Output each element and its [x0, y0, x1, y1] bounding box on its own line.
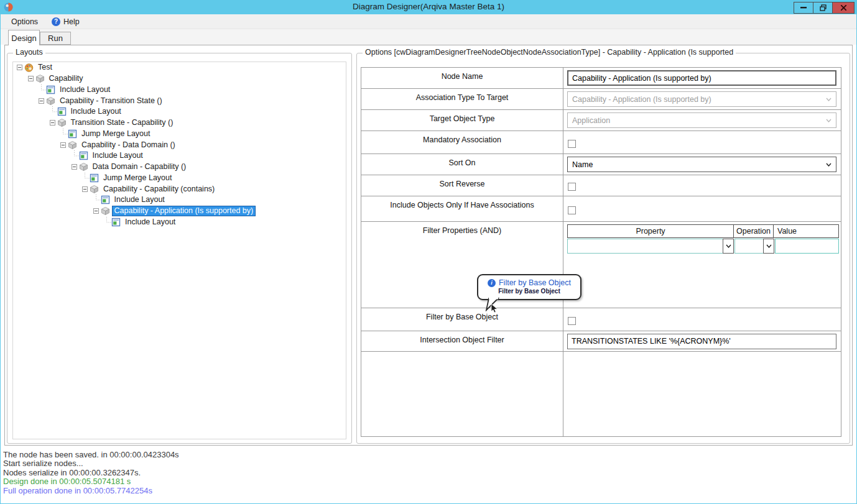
tree-connector — [60, 129, 68, 140]
form-row — [361, 352, 841, 436]
tree-node[interactable]: Include Layout — [13, 217, 346, 228]
tree-node[interactable]: Test — [13, 62, 346, 73]
close-button[interactable] — [833, 2, 854, 13]
intersection-object-filter-input[interactable] — [567, 334, 836, 349]
restore-icon — [820, 4, 827, 11]
tree-node[interactable]: Transition State - Capability () — [13, 117, 346, 129]
form-row: Intersection Object Filter — [361, 331, 841, 352]
menu-bar: Options ? Help — [1, 14, 856, 29]
form-row: Target Object TypeApplication — [361, 110, 841, 131]
tree-node-label: Include Layout — [113, 195, 167, 204]
status-line: The node has been saved. in 00:00:00.042… — [3, 451, 179, 459]
cube-icon — [101, 206, 110, 216]
property-select[interactable] — [567, 239, 734, 254]
node-name-input[interactable] — [567, 70, 836, 86]
chevron-down-icon — [826, 98, 832, 101]
minimize-button[interactable] — [794, 2, 813, 13]
tab-design-label: Design — [11, 34, 36, 43]
tree-expander[interactable] — [50, 120, 55, 126]
close-icon — [841, 5, 846, 11]
minimize-icon — [800, 7, 807, 9]
sort-on-select[interactable]: Name — [567, 157, 836, 172]
tree-expander[interactable] — [72, 164, 77, 170]
layouts-tree[interactable]: TestCapabilityInclude LayoutCapability -… — [12, 62, 346, 439]
tree-node-label: Capability - Capability (contains) — [101, 185, 216, 194]
filter-grid-column-header: Operation — [734, 224, 774, 238]
form-row: Mandatory Association — [361, 131, 841, 154]
form-row-label: Target Object Type — [361, 110, 563, 131]
tab-run[interactable]: Run — [40, 32, 71, 45]
tree-node[interactable]: Jump Merge Layout — [13, 173, 346, 184]
form-row: Filter Properties (AND)PropertyOperation… — [361, 222, 841, 308]
cube-icon — [79, 162, 88, 172]
form-row-label: Mandatory Association — [361, 131, 563, 153]
status-line: Nodes serialize in 00:00:00.3262347s. — [3, 469, 179, 477]
form-row-value: Capability - Application (Is supported b… — [563, 89, 841, 109]
tree-expander[interactable] — [60, 142, 66, 148]
tree-node[interactable]: Capability — [13, 73, 346, 85]
layout-icon — [79, 151, 88, 160]
design-tab-page: Layouts TestCapabilityInclude LayoutCapa… — [4, 45, 853, 446]
operation-select-value — [735, 239, 764, 253]
tree-connector — [72, 150, 79, 162]
tree-node-label: Include Layout — [58, 85, 112, 94]
sort-on-select-value: Name — [572, 160, 593, 169]
title-bar: Diagram Designer(Arqiva Master Beta 1) — [1, 1, 856, 14]
layout-icon — [57, 107, 67, 116]
menu-options[interactable]: Options — [9, 16, 40, 27]
tree-node[interactable]: Capability - Data Domain () — [13, 139, 346, 150]
status-line: Design done in 00:00:05.5074181 s — [3, 477, 179, 486]
association-type-to-target-select-value: Capability - Application (Is supported b… — [572, 95, 711, 104]
form-row-value — [563, 331, 841, 351]
tree-node[interactable]: Capability - Capability (contains) — [13, 183, 346, 195]
form-row: Association Type To TargetCapability - A… — [361, 89, 841, 110]
tooltip-title: Filter by Base Object — [499, 278, 571, 287]
include-objects-only-if-have-associations-checkbox[interactable] — [568, 206, 576, 214]
operation-select-arrow[interactable] — [763, 239, 774, 254]
menu-help[interactable]: ? Help — [49, 16, 82, 27]
tab-run-label: Run — [48, 34, 63, 43]
property-select-arrow[interactable] — [723, 239, 734, 254]
tree-node[interactable]: Capability - Transition State () — [13, 95, 346, 106]
tree-expander[interactable] — [39, 98, 44, 104]
form-row: Sort OnName — [361, 154, 841, 175]
sort-reverse-checkbox[interactable] — [568, 183, 576, 191]
tree-node[interactable]: Data Domain - Capability () — [13, 162, 346, 173]
tree-node-label: Include Layout — [69, 107, 123, 116]
tree-node[interactable]: Include Layout — [13, 150, 346, 162]
tree-connector — [82, 173, 90, 184]
info-icon: i — [488, 279, 496, 287]
tree-expander[interactable] — [28, 76, 34, 81]
tab-strip: Design Run — [1, 29, 856, 45]
filter-by-base-object-checkbox[interactable] — [568, 317, 576, 325]
status-line: Start serialize nodes... — [3, 459, 179, 468]
form-row-value: Application — [563, 110, 841, 131]
tab-design[interactable]: Design — [8, 30, 40, 45]
tooltip: i Filter by Base Object Filter by Base O… — [477, 274, 581, 300]
tooltip-header: i Filter by Base Object — [478, 278, 580, 287]
chevron-down-icon — [826, 119, 832, 122]
mandatory-association-checkbox[interactable] — [568, 140, 576, 148]
form-row-label: Intersection Object Filter — [361, 331, 563, 351]
options-form-table: Node NameAssociation Type To TargetCapab… — [361, 67, 841, 437]
tree-node-label: Include Layout — [123, 218, 177, 227]
status-line: Full operation done in 00:00:05.7742254s — [3, 487, 179, 495]
tree-expander[interactable] — [93, 208, 99, 214]
tree-node[interactable]: Include Layout — [13, 106, 346, 117]
form-row-label: Sort Reverse — [361, 175, 563, 196]
tree-node[interactable]: Include Layout — [13, 85, 346, 96]
operation-select[interactable] — [734, 239, 774, 254]
tree-node[interactable]: Include Layout — [13, 195, 346, 206]
tree-expander[interactable] — [17, 65, 22, 70]
value-input[interactable] — [775, 239, 839, 254]
maximize-button[interactable] — [813, 2, 832, 13]
tree-connector — [93, 195, 101, 206]
tree-node[interactable]: Capability - Application (Is supported b… — [13, 206, 346, 217]
tree-expander[interactable] — [82, 186, 88, 192]
cube-icon — [68, 140, 77, 150]
form-row-label: Node Name — [361, 68, 563, 88]
tree-node-label: Capability - Data Domain () — [80, 140, 177, 150]
mouse-cursor — [491, 304, 498, 314]
tree-node[interactable]: Jump Merge Layout — [13, 129, 346, 140]
app-window: Diagram Designer(Arqiva Master Beta 1) O… — [0, 0, 857, 504]
